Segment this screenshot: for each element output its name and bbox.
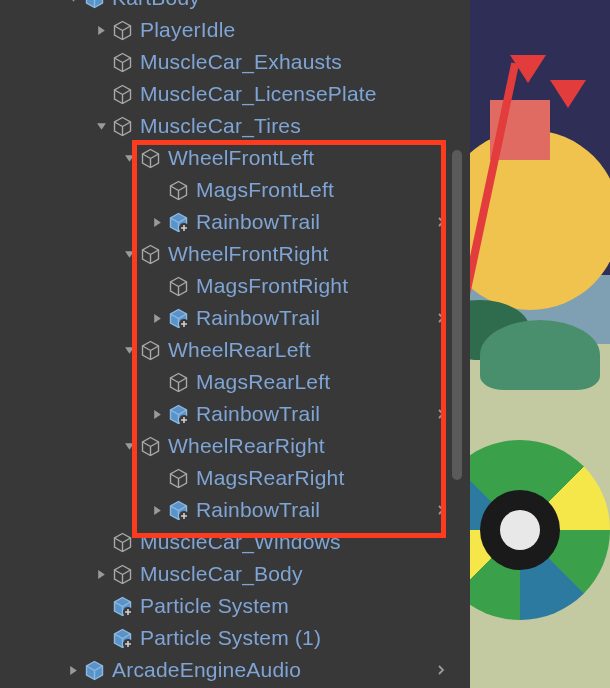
gameobject-label[interactable]: MuscleCar_LicensePlate	[140, 82, 377, 106]
gameobject-cube-icon	[110, 562, 134, 586]
gameobject-label[interactable]: RainbowTrail	[196, 498, 320, 522]
prefab-added-cube-icon	[166, 498, 190, 522]
hierarchy-row[interactable]: MagsRearRight	[0, 462, 470, 494]
hierarchy-row[interactable]: Particle System	[0, 590, 470, 622]
expand-arrow-icon[interactable]	[92, 21, 110, 39]
gameobject-cube-icon	[166, 274, 190, 298]
gameobject-label[interactable]: RainbowTrail	[196, 210, 320, 234]
collapse-arrow-icon[interactable]	[120, 245, 138, 263]
collapse-arrow-icon[interactable]	[120, 149, 138, 167]
gameobject-label[interactable]: WheelFrontRight	[168, 242, 329, 266]
collapse-arrow-icon[interactable]	[120, 437, 138, 455]
hierarchy-row[interactable]: WheelFrontRight	[0, 238, 470, 270]
gameobject-label[interactable]: RainbowTrail	[196, 306, 320, 330]
gameobject-cube-icon	[138, 338, 162, 362]
expand-arrow-icon[interactable]	[148, 405, 166, 423]
hierarchy-row[interactable]: RainbowTrail	[0, 206, 470, 238]
hierarchy-row[interactable]: MagsFrontLeft	[0, 174, 470, 206]
prefab-cube-icon	[82, 658, 106, 682]
open-prefab-chevron-icon[interactable]	[434, 407, 448, 421]
expand-arrow-icon[interactable]	[148, 213, 166, 231]
gameobject-label[interactable]: WheelRearRight	[168, 434, 325, 458]
hierarchy-row[interactable]: WheelRearRight	[0, 430, 470, 462]
prefab-added-cube-icon	[166, 210, 190, 234]
gameobject-label[interactable]: Particle System (1)	[140, 626, 321, 650]
gameobject-label[interactable]: MuscleCar_Body	[140, 562, 303, 586]
expand-arrow-icon[interactable]	[148, 309, 166, 327]
open-prefab-chevron-icon[interactable]	[434, 663, 448, 677]
hierarchy-row[interactable]: MuscleCar_Tires	[0, 110, 470, 142]
hierarchy-row[interactable]: MuscleCar_Windows	[0, 526, 470, 558]
open-prefab-chevron-icon[interactable]	[434, 311, 448, 325]
gameobject-label[interactable]: Particle System	[140, 594, 289, 618]
gameobject-label[interactable]: WheelFrontLeft	[168, 146, 314, 170]
hierarchy-row[interactable]: RainbowTrail	[0, 302, 470, 334]
scrollbar-thumb[interactable]	[452, 150, 462, 480]
hierarchy-row[interactable]: MagsRearLeft	[0, 366, 470, 398]
gameobject-cube-icon	[110, 50, 134, 74]
expand-arrow-icon[interactable]	[148, 501, 166, 519]
gameobject-label[interactable]: RainbowTrail	[196, 402, 320, 426]
gameobject-label[interactable]: PlayerIdle	[140, 18, 235, 42]
hierarchy-row[interactable]: RainbowTrail	[0, 494, 470, 526]
gameobject-cube-icon	[110, 530, 134, 554]
prefab-cube-icon	[82, 0, 106, 10]
gameobject-cube-icon	[138, 242, 162, 266]
gameobject-label[interactable]: MuscleCar_Exhausts	[140, 50, 342, 74]
hierarchy-row[interactable]: ArcadeEngineAudio	[0, 654, 470, 686]
hierarchy-row[interactable]: PlayerIdle	[0, 14, 470, 46]
collapse-arrow-icon[interactable]	[92, 117, 110, 135]
gameobject-label[interactable]: KartBody	[112, 0, 200, 10]
hierarchy-row[interactable]: Particle System (1)	[0, 622, 470, 654]
hierarchy-row[interactable]: WheelFrontLeft	[0, 142, 470, 174]
gameobject-label[interactable]: WheelRearLeft	[168, 338, 311, 362]
gameobject-cube-icon	[110, 82, 134, 106]
gameobject-cube-icon	[138, 146, 162, 170]
expand-arrow-icon[interactable]	[92, 565, 110, 583]
gameobject-cube-icon	[166, 178, 190, 202]
gameobject-label[interactable]: MuscleCar_Windows	[140, 530, 341, 554]
hierarchy-row[interactable]: MuscleCar_Body	[0, 558, 470, 590]
gameobject-label[interactable]: MagsRearRight	[196, 466, 345, 490]
scene-viewport	[470, 0, 610, 688]
gameobject-cube-icon	[110, 114, 134, 138]
gameobject-label[interactable]: MagsFrontLeft	[196, 178, 334, 202]
hierarchy-row[interactable]: MuscleCar_LicensePlate	[0, 78, 470, 110]
gameobject-label[interactable]: MuscleCar_Tires	[140, 114, 301, 138]
gameobject-label[interactable]: MagsRearLeft	[196, 370, 330, 394]
collapse-arrow-icon[interactable]	[120, 341, 138, 359]
expand-arrow-icon[interactable]	[64, 661, 82, 679]
hierarchy-row[interactable]: MuscleCar_Exhausts	[0, 46, 470, 78]
open-prefab-chevron-icon[interactable]	[434, 503, 448, 517]
gameobject-cube-icon	[166, 370, 190, 394]
collapse-arrow-icon[interactable]	[64, 0, 82, 7]
hierarchy-row[interactable]: WheelRearLeft	[0, 334, 470, 366]
gameobject-cube-icon	[166, 466, 190, 490]
prefab-added-cube-icon	[110, 626, 134, 650]
gameobject-cube-icon	[138, 434, 162, 458]
open-prefab-chevron-icon[interactable]	[434, 215, 448, 229]
hierarchy-row[interactable]: RainbowTrail	[0, 398, 470, 430]
gameobject-label[interactable]: ArcadeEngineAudio	[112, 658, 301, 682]
hierarchy-row[interactable]: MagsFrontRight	[0, 270, 470, 302]
prefab-added-cube-icon	[166, 306, 190, 330]
prefab-added-cube-icon	[110, 594, 134, 618]
hierarchy-panel[interactable]: KartBody PlayerIdle MuscleCar_Exhausts M…	[0, 0, 470, 688]
gameobject-cube-icon	[110, 18, 134, 42]
prefab-added-cube-icon	[166, 402, 190, 426]
hierarchy-row[interactable]: KartBody	[0, 0, 470, 14]
gameobject-label[interactable]: MagsFrontRight	[196, 274, 348, 298]
